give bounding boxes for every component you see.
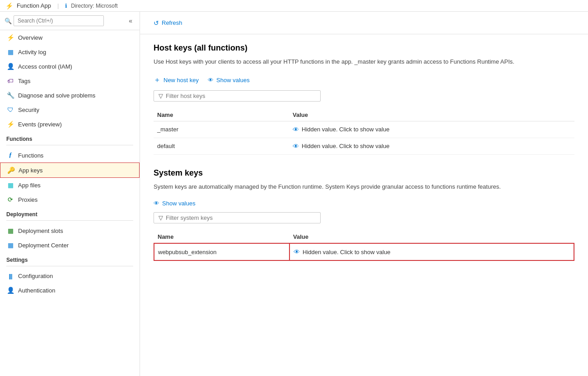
activity-log-icon: ▦ bbox=[6, 48, 14, 56]
security-icon: 🛡 bbox=[6, 106, 14, 113]
sidebar: 🔍 « ⚡ Overview ▦ Activity log 👤 Access c… bbox=[0, 12, 140, 376]
eye-icon: 👁 bbox=[293, 126, 299, 133]
table-row: webpubsub_extension 👁 Hidden value. Clic… bbox=[154, 243, 574, 260]
hidden-value-text: Hidden value. Click to show value bbox=[303, 249, 390, 255]
app-files-icon: ▦ bbox=[6, 181, 14, 189]
host-keys-desc: Use Host keys with your clients to acces… bbox=[154, 57, 560, 66]
sidebar-item-label: App files bbox=[18, 182, 41, 189]
host-key-value[interactable]: 👁 Hidden value. Click to show value bbox=[289, 121, 574, 138]
show-values-label: Show values bbox=[216, 77, 250, 84]
sidebar-item-label: App keys bbox=[19, 167, 42, 174]
overview-icon: ⚡ bbox=[6, 34, 14, 41]
deployment-slots-icon: ▦ bbox=[6, 227, 14, 234]
authentication-icon: 👤 bbox=[6, 287, 14, 294]
functions-section-label: Functions bbox=[0, 131, 140, 144]
hidden-value-display: 👁 Hidden value. Click to show value bbox=[293, 126, 571, 133]
host-key-value[interactable]: 👁 Hidden value. Click to show value bbox=[289, 138, 574, 154]
eye-icon: 👁 bbox=[154, 200, 159, 207]
proxies-icon: ⟳ bbox=[6, 196, 14, 203]
system-show-values-button[interactable]: 👁 Show values bbox=[154, 200, 196, 207]
sidebar-item-events[interactable]: ⚡ Events (preview) bbox=[0, 117, 140, 131]
directory-label: Directory: Microsoft bbox=[71, 3, 117, 9]
table-row: _master 👁 Hidden value. Click to show va… bbox=[154, 121, 574, 138]
host-key-name: default bbox=[154, 138, 289, 154]
sidebar-item-app-files[interactable]: ▦ App files bbox=[0, 178, 140, 192]
sidebar-item-diagnose[interactable]: 🔧 Diagnose and solve problems bbox=[0, 88, 140, 102]
filter-icon: ▽ bbox=[159, 214, 163, 221]
sidebar-item-deployment-slots[interactable]: ▦ Deployment slots bbox=[0, 223, 140, 238]
host-key-name: _master bbox=[154, 121, 289, 138]
system-key-value[interactable]: 👁 Hidden value. Click to show value bbox=[289, 243, 574, 260]
sidebar-item-access-control[interactable]: 👤 Access control (IAM) bbox=[0, 59, 140, 74]
show-values-button[interactable]: 👁 Show values bbox=[208, 77, 250, 84]
app-title: Function App bbox=[17, 2, 51, 9]
sidebar-item-tags[interactable]: 🏷 Tags bbox=[0, 74, 140, 88]
refresh-button[interactable]: ↺ Refresh bbox=[149, 17, 187, 29]
sidebar-item-label: Authentication bbox=[18, 287, 55, 294]
page-content: Host keys (all functions) Use Host keys … bbox=[140, 34, 588, 376]
events-icon: ⚡ bbox=[6, 121, 14, 128]
filter-system-keys-box[interactable]: ▽ bbox=[154, 212, 321, 223]
settings-section-label: Settings bbox=[0, 252, 140, 265]
system-keys-section: System keys System keys are automaticall… bbox=[154, 168, 574, 261]
host-keys-actions: ＋ New host key 👁 Show values bbox=[154, 75, 574, 85]
host-keys-title: Host keys (all functions) bbox=[154, 43, 574, 53]
tags-icon: 🏷 bbox=[6, 77, 14, 84]
new-host-key-button[interactable]: ＋ New host key bbox=[154, 75, 199, 85]
system-keys-table: Name Value webpubsub_extension 👁 Hidden … bbox=[154, 231, 574, 261]
new-host-key-label: New host key bbox=[163, 77, 199, 84]
search-bar: 🔍 « bbox=[0, 12, 140, 30]
collapse-button[interactable]: « bbox=[126, 16, 135, 25]
sidebar-item-app-keys[interactable]: 🔑 App keys bbox=[0, 162, 140, 178]
host-keys-section: Host keys (all functions) Use Host keys … bbox=[154, 43, 574, 155]
sidebar-item-label: Configuration bbox=[18, 273, 53, 279]
content-area: ↺ Refresh Host keys (all functions) Use … bbox=[140, 12, 588, 376]
sidebar-item-authentication[interactable]: 👤 Authentication bbox=[0, 283, 140, 297]
sidebar-item-overview[interactable]: ⚡ Overview bbox=[0, 30, 140, 45]
refresh-label: Refresh bbox=[162, 19, 182, 26]
main-layout: 🔍 « ⚡ Overview ▦ Activity log 👤 Access c… bbox=[0, 12, 588, 376]
top-bar: ⚡ Function App | ℹ Directory: Microsoft bbox=[0, 0, 588, 12]
host-keys-value-header: Value bbox=[289, 109, 574, 121]
eye-icon: 👁 bbox=[293, 143, 299, 150]
filter-system-keys-input[interactable] bbox=[166, 214, 316, 221]
sidebar-item-label: Tags bbox=[18, 78, 30, 84]
sidebar-item-label: Deployment slots bbox=[18, 227, 63, 234]
hidden-value-display: 👁 Hidden value. Click to show value bbox=[293, 143, 571, 150]
system-keys-desc: System keys are automatically managed by… bbox=[154, 182, 560, 191]
sidebar-item-proxies[interactable]: ⟳ Proxies bbox=[0, 192, 140, 207]
diagnose-icon: 🔧 bbox=[6, 92, 14, 99]
info-icon: ℹ bbox=[65, 3, 67, 9]
filter-icon: ▽ bbox=[159, 93, 163, 99]
eye-icon: 👁 bbox=[294, 248, 300, 255]
hidden-value-display: 👁 Hidden value. Click to show value bbox=[294, 248, 570, 255]
sidebar-item-activity-log[interactable]: ▦ Activity log bbox=[0, 45, 140, 59]
search-input[interactable] bbox=[14, 15, 104, 26]
sidebar-item-label: Overview bbox=[18, 34, 42, 41]
sidebar-item-label: Events (preview) bbox=[18, 121, 62, 128]
functions-icon: ƒ bbox=[6, 152, 14, 159]
functions-divider bbox=[6, 145, 133, 145]
filter-host-keys-input[interactable] bbox=[166, 93, 316, 99]
sidebar-item-security[interactable]: 🛡 Security bbox=[0, 102, 140, 117]
deployment-divider bbox=[6, 220, 133, 221]
hidden-value-text: Hidden value. Click to show value bbox=[302, 143, 389, 149]
eye-icon: 👁 bbox=[208, 77, 214, 84]
toolbar: ↺ Refresh bbox=[140, 12, 588, 34]
system-keys-actions: 👁 Show values bbox=[154, 200, 574, 207]
configuration-icon: ||| bbox=[6, 273, 14, 279]
sidebar-item-label: Proxies bbox=[18, 196, 37, 203]
filter-host-keys-box[interactable]: ▽ bbox=[154, 90, 321, 102]
sidebar-item-configuration[interactable]: ||| Configuration bbox=[0, 269, 140, 283]
system-key-name: webpubsub_extension bbox=[154, 243, 289, 260]
settings-divider bbox=[6, 266, 133, 266]
hidden-value-text: Hidden value. Click to show value bbox=[302, 126, 389, 133]
system-keys-value-header: Value bbox=[289, 231, 574, 243]
sidebar-item-label: Functions bbox=[18, 152, 43, 159]
sidebar-item-label: Deployment Center bbox=[18, 242, 69, 249]
sidebar-item-deployment-center[interactable]: ▦ Deployment Center bbox=[0, 238, 140, 252]
sidebar-item-functions[interactable]: ƒ Functions bbox=[0, 148, 140, 162]
sidebar-item-label: Security bbox=[18, 107, 39, 113]
deployment-section-label: Deployment bbox=[0, 207, 140, 219]
host-keys-name-header: Name bbox=[154, 109, 289, 121]
